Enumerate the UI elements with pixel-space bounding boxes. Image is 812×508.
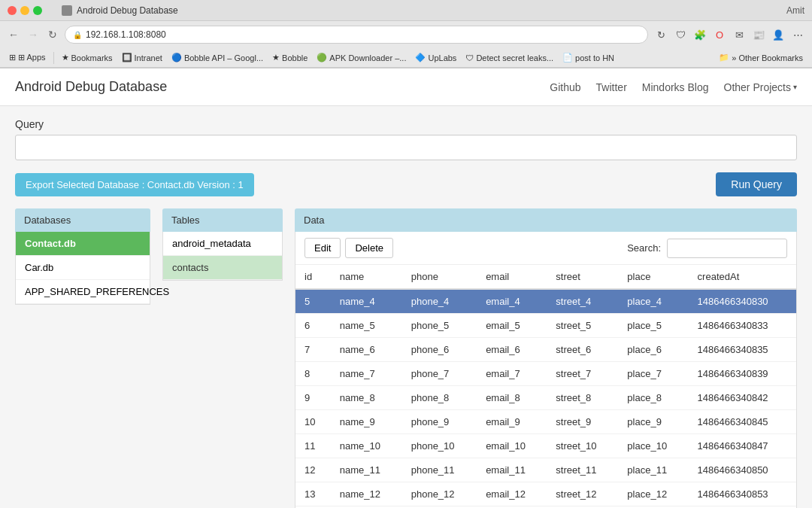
cell-id: 9 bbox=[295, 386, 331, 410]
title-bar-left: Android Debug Database bbox=[8, 5, 178, 16]
search-input[interactable] bbox=[667, 239, 787, 258]
table-row[interactable]: 8name_7phone_7email_7street_7place_71486… bbox=[295, 362, 796, 386]
cell-place: place_11 bbox=[618, 458, 688, 482]
table-body: 5name_4phone_4email_4street_4place_41486… bbox=[295, 289, 796, 508]
profile-icon[interactable]: 👤 bbox=[770, 26, 786, 43]
apk-icon: 🟢 bbox=[317, 53, 327, 62]
other-bookmarks[interactable]: 📁 » Other Bookmarks bbox=[716, 51, 806, 64]
star-icon: ★ bbox=[62, 53, 69, 62]
table-row[interactable]: 5name_4phone_4email_4street_4place_41486… bbox=[295, 289, 796, 314]
fullscreen-button[interactable] bbox=[33, 6, 42, 15]
cell-name: name_5 bbox=[331, 314, 402, 338]
cell-email: email_6 bbox=[477, 338, 547, 362]
browser-tab[interactable]: Android Debug Database bbox=[62, 5, 178, 16]
cell-phone: phone_9 bbox=[402, 410, 477, 434]
databases-column: Databases Contact.db Car.db APP_SHARED_P… bbox=[15, 208, 150, 305]
cell-id: 8 bbox=[295, 362, 331, 386]
bookmark-apk-downloader[interactable]: 🟢 APK Downloader –... bbox=[314, 51, 409, 64]
address-bar[interactable]: 🔒 192.168.1.108:8080 bbox=[65, 26, 648, 44]
shield-icon[interactable]: 🛡 bbox=[672, 26, 689, 43]
close-button[interactable] bbox=[8, 6, 17, 15]
mail-icon[interactable]: ✉ bbox=[731, 26, 747, 43]
cell-email: email_12 bbox=[477, 482, 547, 506]
opera-icon[interactable]: O bbox=[711, 26, 728, 43]
bookmark-detect-leaks[interactable]: 🛡 Detect secret leaks... bbox=[462, 52, 556, 64]
export-button[interactable]: Export Selected Database : Contact.db Ve… bbox=[15, 173, 254, 196]
edit-button[interactable]: Edit bbox=[304, 238, 341, 258]
database-item-contact[interactable]: Contact.db bbox=[16, 232, 150, 256]
reload-icon[interactable]: ↻ bbox=[653, 26, 669, 43]
apps-bookmark[interactable]: ⊞ ⊞ Apps bbox=[6, 51, 49, 64]
cell-email: email_4 bbox=[477, 289, 547, 314]
table-item-contacts[interactable]: contacts bbox=[163, 256, 282, 280]
table-row[interactable]: 13name_12phone_12email_12street_12place_… bbox=[295, 482, 796, 506]
cell-street: street_8 bbox=[547, 386, 618, 410]
cell-street: street_12 bbox=[547, 482, 618, 506]
data-header: Data bbox=[295, 208, 797, 232]
bookmark-bobble[interactable]: ★ Bobble bbox=[269, 51, 311, 64]
tables-header: Tables bbox=[162, 208, 283, 232]
cell-id: 10 bbox=[295, 410, 331, 434]
database-item-prefs[interactable]: APP_SHARED_PREFERENCES bbox=[16, 280, 150, 304]
delete-button[interactable]: Delete bbox=[345, 238, 393, 258]
cell-street: street_9 bbox=[547, 410, 618, 434]
cell-email: email_11 bbox=[477, 458, 547, 482]
address-text: 192.168.1.108:8080 bbox=[86, 29, 166, 40]
app-navbar: Android Debug Database Github Twitter Mi… bbox=[0, 68, 812, 106]
cell-name: name_9 bbox=[331, 410, 402, 434]
minimize-button[interactable] bbox=[20, 6, 29, 15]
back-button[interactable]: ← bbox=[6, 27, 21, 42]
query-input[interactable] bbox=[15, 135, 797, 160]
table-row[interactable]: 9name_8phone_8email_8street_8place_81486… bbox=[295, 386, 796, 410]
table-row[interactable]: 7name_6phone_6email_6street_6place_61486… bbox=[295, 338, 796, 362]
three-column-layout: Databases Contact.db Car.db APP_SHARED_P… bbox=[15, 208, 797, 508]
nav-link-twitter[interactable]: Twitter bbox=[596, 81, 627, 93]
nav-bar: ← → ↻ 🔒 192.168.1.108:8080 ↻ 🛡 🧩 O ✉ 📰 👤… bbox=[0, 21, 812, 48]
apps-icon: ⊞ bbox=[9, 53, 16, 62]
nav-link-mindorks[interactable]: Mindorks Blog bbox=[642, 81, 709, 93]
data-table-scroll[interactable]: id name phone email street place created… bbox=[295, 265, 796, 508]
forward-button[interactable]: → bbox=[26, 27, 41, 42]
bookmark-post-hn[interactable]: 📄 post to HN bbox=[559, 51, 617, 64]
browser-icons: ↻ 🛡 🧩 O ✉ 📰 👤 ⋯ bbox=[653, 26, 806, 43]
cell-name: name_12 bbox=[331, 482, 402, 506]
cell-email: email_5 bbox=[477, 314, 547, 338]
search-label: Search: bbox=[627, 242, 661, 254]
cell-email: email_7 bbox=[477, 362, 547, 386]
bookmark-intranet[interactable]: 🔲 Intranet bbox=[119, 51, 165, 64]
extension-icon[interactable]: 🧩 bbox=[692, 26, 708, 43]
nav-link-other-projects[interactable]: Other Projects ▾ bbox=[724, 81, 797, 93]
cell-createdAt: 1486466340839 bbox=[689, 362, 796, 386]
run-query-button[interactable]: Run Query bbox=[716, 172, 797, 196]
intranet-icon: 🔲 bbox=[122, 53, 132, 62]
user-name: Amit bbox=[786, 5, 804, 16]
menu-icon[interactable]: ⋯ bbox=[789, 26, 806, 43]
database-item-car[interactable]: Car.db bbox=[16, 256, 150, 280]
table-row[interactable]: 6name_5phone_5email_5street_5place_51486… bbox=[295, 314, 796, 338]
cell-id: 6 bbox=[295, 314, 331, 338]
bookmark-bookmarks[interactable]: ★ Bookmarks bbox=[59, 51, 116, 64]
table-row[interactable]: 12name_11phone_11email_11street_11place_… bbox=[295, 458, 796, 482]
tables-column: Tables android_metadata contacts bbox=[162, 208, 283, 281]
feed-icon[interactable]: 📰 bbox=[750, 26, 767, 43]
cell-name: name_4 bbox=[331, 289, 402, 314]
tables-body: android_metadata contacts bbox=[162, 232, 283, 281]
nav-link-github[interactable]: Github bbox=[550, 81, 580, 93]
cell-createdAt: 1486466340853 bbox=[689, 482, 796, 506]
data-toolbar: Edit Delete Search: bbox=[295, 232, 796, 265]
bookmark-uplabs[interactable]: 🔷 UpLabs bbox=[412, 51, 459, 64]
chevron-down-icon: ▾ bbox=[793, 83, 797, 91]
bookmark-bobble-api[interactable]: 🔵 Bobble API – Googl... bbox=[168, 51, 266, 64]
action-row: Export Selected Database : Contact.db Ve… bbox=[15, 172, 797, 196]
cell-phone: phone_4 bbox=[402, 289, 477, 314]
refresh-button[interactable]: ↻ bbox=[45, 27, 60, 42]
cell-name: name_11 bbox=[331, 458, 402, 482]
col-place: place bbox=[618, 265, 688, 289]
table-item-android-metadata[interactable]: android_metadata bbox=[163, 232, 282, 256]
table-row[interactable]: 11name_10phone_10email_10street_10place_… bbox=[295, 434, 796, 458]
cell-name: name_10 bbox=[331, 434, 402, 458]
cell-id: 5 bbox=[295, 289, 331, 314]
databases-header: Databases bbox=[15, 208, 150, 232]
data-column: Data Edit Delete Search: bbox=[295, 208, 797, 508]
table-row[interactable]: 10name_9phone_9email_9street_9place_9148… bbox=[295, 410, 796, 434]
